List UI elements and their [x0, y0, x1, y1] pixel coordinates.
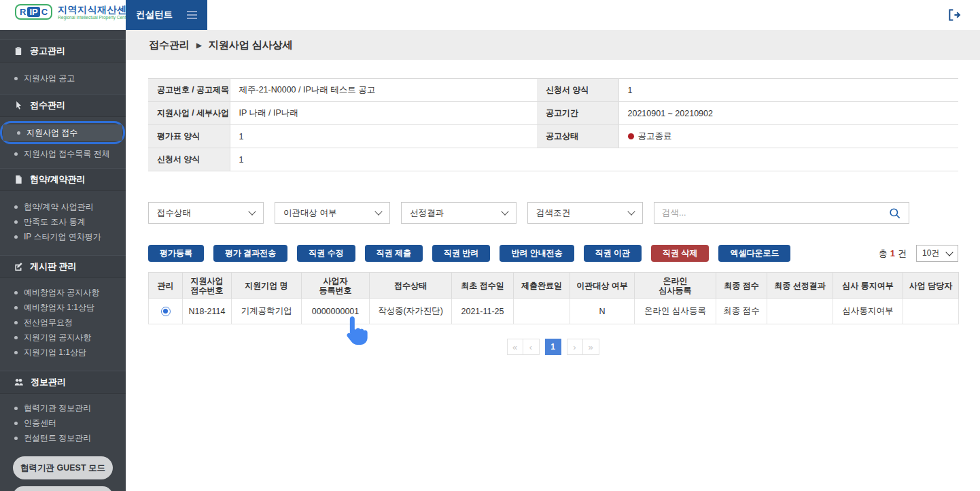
- sidebar-section-label: 공고관리: [30, 45, 65, 57]
- dropdown-label: 선정결과: [410, 207, 444, 219]
- sidebar-item-prefounder-consult[interactable]: 예비창업자 1:1상담: [0, 300, 126, 315]
- sidebar-section-agreement[interactable]: 협약/계약관리: [0, 168, 126, 191]
- sidebar-item-company-consult[interactable]: 지원기업 1:1상담: [0, 345, 126, 360]
- sidebar-bottom-button-partial[interactable]: [13, 486, 113, 491]
- dropdown-label: 검색조건: [536, 207, 570, 219]
- col-header-final-selection-result: 최종 선정결과: [767, 273, 833, 299]
- search-icon[interactable]: [888, 207, 901, 220]
- breadcrumb: 접수관리 ▶ 지원사업 심사상세: [126, 30, 980, 60]
- pagination-next-button[interactable]: ›: [567, 339, 583, 355]
- sidebar-section-receipt[interactable]: 접수관리: [0, 94, 126, 117]
- status-text: 공고종료: [638, 131, 672, 141]
- col-header-company-name: 지원기업 명: [232, 273, 302, 299]
- reject-notice-send-button[interactable]: 반려 안내전송: [500, 245, 574, 262]
- sidebar-item-label: 지원사업 접수목록 전체: [24, 148, 110, 160]
- col-header-business-reg-number: 사업자등록번호: [302, 273, 370, 299]
- sidebar-item-agreement-management[interactable]: 협약/계약 사업관리: [0, 199, 126, 214]
- pagination-page-1[interactable]: 1: [545, 339, 561, 355]
- sidebar-item-cert-center[interactable]: 인증센터: [0, 416, 126, 430]
- detail-value: 1: [230, 125, 537, 148]
- receipt-list-table: 관리 지원사업접수번호 지원기업 명 사업자등록번호 접수상태 최초 접수일 제…: [148, 272, 959, 324]
- sidebar-item-it-request[interactable]: 전산업무요청: [0, 315, 126, 330]
- chevron-down-icon: [501, 207, 508, 215]
- logo-letters-ip: IP: [27, 7, 39, 17]
- sidebar-item-support-announcement[interactable]: 지원사업 공고: [0, 71, 126, 86]
- filter-search-condition-dropdown[interactable]: 검색조건: [527, 202, 643, 224]
- sidebar-item-label: IP 스타기업 연차평가: [24, 231, 101, 243]
- chevron-down-icon: [374, 207, 382, 215]
- authority-submit-button[interactable]: 직권 제출: [365, 245, 423, 262]
- cell-online-review-register[interactable]: 온라인 심사등록: [635, 299, 716, 324]
- hamburger-menu-icon[interactable]: [187, 11, 197, 19]
- search-input[interactable]: [662, 208, 888, 218]
- logout-icon[interactable]: [947, 8, 961, 22]
- detail-value: IP 나래 / IP나래: [230, 102, 537, 125]
- chevron-down-icon: [627, 207, 635, 215]
- pagination-first-button[interactable]: «: [507, 339, 523, 355]
- col-header-receipt-status: 접수상태: [370, 273, 452, 299]
- cursor-icon: [14, 101, 23, 110]
- chevron-down-icon: [945, 248, 953, 256]
- evaluation-register-button[interactable]: 평가등록: [148, 245, 204, 262]
- sidebar-item-ip-star-evaluation[interactable]: IP 스타기업 연차평가: [0, 229, 126, 244]
- cell-review-notice[interactable]: 심사통지여부: [833, 299, 903, 324]
- cell-final-score[interactable]: 최종 점수: [716, 299, 767, 324]
- pagination: « ‹ 1 › »: [126, 339, 980, 355]
- col-header-transfer-target: 이관대상 여부: [570, 273, 635, 299]
- detail-value-status: 공고종료: [618, 125, 958, 148]
- ripc-logo[interactable]: RIPC 지역지식재산센터 Regional Intellectual Prop…: [15, 4, 137, 20]
- cell-first-receipt-date: 2021-11-25: [452, 299, 514, 324]
- sidebar-section-info[interactable]: 정보관리: [0, 371, 126, 394]
- authority-reject-button[interactable]: 직권 반려: [432, 245, 490, 262]
- cell-receipt-status: 작성중(자가진단): [370, 299, 452, 324]
- partner-guest-mode-button[interactable]: 협력기관 GUEST 모드: [13, 456, 113, 479]
- filter-bar: 접수상태 이관대상 여부 선정결과 검색조건: [148, 202, 909, 224]
- sidebar-section-board[interactable]: 게시판 관리: [0, 255, 126, 278]
- authority-delete-button[interactable]: 직권 삭제: [651, 245, 709, 262]
- sidebar-item-label: 전산업무요청: [24, 317, 73, 328]
- detail-value: 1: [618, 79, 958, 102]
- bullet-icon: [14, 407, 18, 410]
- sidebar-item-support-receipt[interactable]: 지원사업 접수: [3, 124, 122, 141]
- sidebar-item-prefounder-notice[interactable]: 예비창업자 공지사항: [0, 285, 126, 300]
- table-row: N18-2114 기계공학기업 0000000001 작성중(자가진단) 202…: [149, 299, 959, 324]
- top-bar: RIPC 지역지식재산센터 Regional Intellectual Prop…: [0, 0, 980, 30]
- sidebar-item-consultant-info[interactable]: 컨설턴트 정보관리: [0, 430, 126, 445]
- pagination-prev-button[interactable]: ‹: [523, 339, 540, 355]
- detail-row: 공고번호 / 공고제목 제주-21-N0000 / IP나래 테스트 공고 신청…: [148, 79, 958, 102]
- sidebar-item-receipt-list-all[interactable]: 지원사업 접수목록 전체: [0, 146, 126, 161]
- hand-pointer-cursor-icon: [342, 314, 369, 350]
- sidebar-item-company-notice[interactable]: 지원기업 공지사항: [0, 330, 126, 345]
- role-label: 컨설턴트: [136, 9, 173, 21]
- pagination-last-button[interactable]: »: [583, 339, 599, 355]
- pagination-forward-group: › »: [567, 339, 599, 355]
- page-size-select[interactable]: 10건: [916, 245, 958, 262]
- cell-final-selection-result: [767, 299, 833, 324]
- announcement-detail-table: 공고번호 / 공고제목 제주-21-N0000 / IP나래 테스트 공고 신청…: [148, 78, 958, 171]
- row-select-radio[interactable]: [161, 307, 171, 316]
- authority-edit-button[interactable]: 직권 수정: [297, 245, 355, 262]
- filter-receipt-status-dropdown[interactable]: 접수상태: [148, 202, 264, 224]
- sidebar-item-label: 지원기업 1:1상담: [24, 347, 86, 358]
- sidebar-item-partner-info[interactable]: 협력기관 정보관리: [0, 401, 126, 416]
- excel-download-button[interactable]: 엑셀다운로드: [718, 245, 790, 262]
- col-header-business-manager: 사업 담당자: [903, 273, 959, 299]
- dropdown-label: 접수상태: [157, 207, 191, 219]
- edit-icon: [14, 262, 23, 271]
- ripc-logo-badge: RIPC: [15, 4, 52, 20]
- authority-transfer-button[interactable]: 직권 이관: [584, 245, 642, 262]
- document-icon: [14, 175, 23, 184]
- filter-selection-result-dropdown[interactable]: 선정결과: [401, 202, 517, 224]
- sidebar-section-announcement[interactable]: 공고관리: [0, 39, 126, 63]
- dropdown-label: 이관대상 여부: [283, 207, 336, 219]
- evaluation-result-send-button[interactable]: 평가 결과전송: [213, 245, 287, 262]
- radio-dot: [163, 309, 168, 314]
- breadcrumb-parent[interactable]: 접수관리: [149, 39, 190, 52]
- filter-transfer-target-dropdown[interactable]: 이관대상 여부: [275, 202, 390, 224]
- sidebar-section-label: 협약/계약관리: [30, 173, 86, 186]
- total-prefix: 총: [879, 248, 888, 260]
- cell-manage: [149, 299, 183, 324]
- role-block: 컨설턴트: [126, 0, 207, 30]
- col-header-online-review-register: 온라인심사등록: [635, 273, 716, 299]
- sidebar-item-satisfaction-stats[interactable]: 만족도 조사 통계: [0, 214, 126, 229]
